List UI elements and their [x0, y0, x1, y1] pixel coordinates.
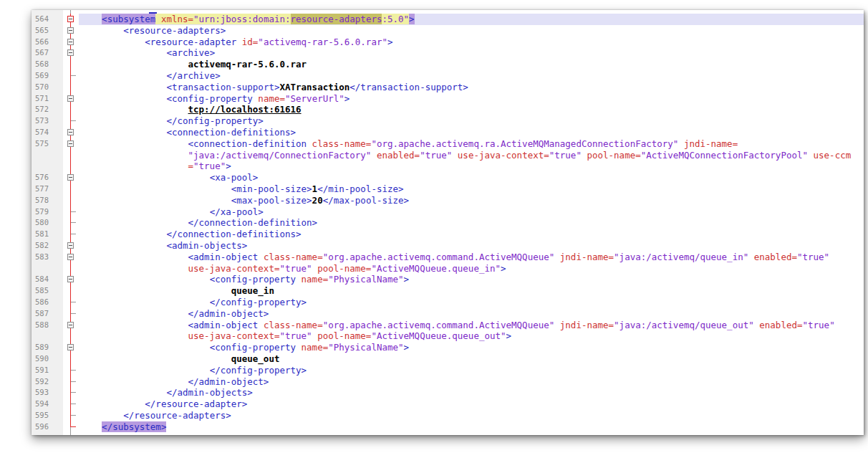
code-text[interactable]: </subsystem> [79, 421, 864, 433]
line-number[interactable]: 577 [32, 183, 63, 195]
fold-collapse-box-icon[interactable] [67, 344, 74, 350]
code-text[interactable]: <config-property name="ServerUrl"> [79, 93, 864, 105]
code-text[interactable]: <admin-objects> [79, 240, 864, 252]
line-number[interactable]: 572 [32, 104, 63, 115]
line-number[interactable]: 582 [32, 240, 63, 252]
line-number[interactable]: 591 [32, 365, 63, 376]
line-number[interactable]: 594 [32, 398, 63, 410]
fold-collapse-icon[interactable] [63, 274, 79, 285]
line-number[interactable]: 587 [32, 308, 63, 320]
line-number[interactable]: 566 [32, 37, 63, 48]
line-number[interactable]: 569 [32, 70, 63, 82]
code-text[interactable]: </admin-objects> [79, 387, 864, 398]
line-number[interactable]: 573 [32, 115, 63, 127]
code-text[interactable]: activemq-rar-5.6.0.rar [79, 59, 864, 70]
code-text[interactable]: "java:/activemq/ConnectionFactory" enabl… [79, 150, 864, 161]
line-number[interactable]: 592 [32, 376, 63, 388]
code-text[interactable]: <admin-object class-name="org.apache.act… [79, 252, 864, 263]
fold-collapse-box-icon[interactable] [67, 140, 74, 147]
code-text[interactable]: queue_out [79, 353, 864, 365]
code-text[interactable]: </admin-object> [79, 308, 864, 320]
line-number[interactable]: 586 [32, 297, 63, 308]
code-text[interactable]: <admin-object class-name="org.apache.act… [79, 320, 864, 331]
code-text[interactable]: use-java-context="true" pool-name="Activ… [79, 263, 864, 275]
line-number[interactable]: 584 [32, 274, 63, 285]
fold-collapse-box-icon[interactable] [67, 49, 74, 56]
line-number[interactable]: 593 [32, 387, 63, 398]
line-number[interactable]: 570 [32, 82, 63, 93]
fold-collapse-box-icon[interactable] [67, 95, 74, 102]
fold-collapse-box-icon[interactable] [67, 242, 74, 249]
line-number[interactable]: 589 [32, 342, 63, 353]
line-number[interactable]: 588 [32, 320, 63, 331]
fold-collapse-icon[interactable] [63, 342, 79, 353]
code-text[interactable]: <max-pool-size>20</max-pool-size> [79, 195, 864, 206]
fold-collapse-box-icon[interactable] [67, 322, 74, 328]
code-text[interactable]: <config-property name="PhysicalName"> [79, 342, 864, 353]
code-text[interactable]: </resource-adapters> [79, 410, 864, 421]
line-number[interactable]: 571 [32, 93, 63, 105]
code-text[interactable]: queue_in [79, 285, 864, 297]
line-number[interactable]: 579 [32, 206, 63, 218]
fold-collapse-icon[interactable] [63, 93, 79, 105]
fold-collapse-box-icon[interactable] [67, 129, 74, 135]
line-number[interactable]: 595 [32, 410, 63, 421]
line-number[interactable]: 583 [32, 252, 63, 263]
fold-collapse-icon[interactable] [63, 240, 79, 252]
code-text[interactable]: <min-pool-size>1</min-pool-size> [79, 183, 864, 195]
line-number[interactable]: 596 [32, 421, 63, 433]
code-text[interactable]: </connection-definitions> [79, 229, 864, 240]
code-text[interactable]: <resource-adapter id="activemq-rar-5.6.0… [79, 37, 864, 48]
xml-attribute-value: "PhysicalName" [328, 342, 403, 353]
fold-collapse-icon[interactable] [63, 47, 79, 59]
line-number[interactable]: 585 [32, 285, 63, 297]
line-number[interactable]: 581 [32, 229, 63, 240]
code-text[interactable]: <resource-adapters> [79, 25, 864, 37]
code-text[interactable]: <connection-definitions> [79, 127, 864, 138]
fold-collapse-icon[interactable] [63, 127, 79, 138]
line-number[interactable]: 576 [32, 172, 63, 183]
fold-collapse-icon[interactable] [63, 37, 79, 48]
line-number[interactable]: 568 [32, 59, 63, 70]
code-text[interactable]: <connection-definition class-name="org.a… [79, 138, 864, 150]
url-text: tcp://localhost:61616 [188, 104, 302, 115]
code-text[interactable]: <subsystem xmlns="urn:jboss:domain:resou… [79, 14, 864, 25]
fold-collapse-icon[interactable] [63, 25, 79, 37]
code-text[interactable]: </config-property> [79, 365, 864, 376]
line-number[interactable]: 564 [32, 14, 63, 25]
fold-collapse-icon[interactable] [63, 14, 79, 25]
code-text[interactable]: </connection-definition> [79, 217, 864, 229]
fold-collapse-icon[interactable] [63, 172, 79, 183]
fold-collapse-box-icon[interactable] [67, 254, 74, 260]
fold-collapse-icon[interactable] [63, 320, 79, 331]
fold-collapse-box-icon[interactable] [67, 27, 74, 34]
line-number[interactable]: 578 [32, 195, 63, 206]
code-text[interactable]: <archive> [79, 47, 864, 59]
code-text[interactable]: </xa-pool> [79, 206, 864, 218]
fold-collapse-box-icon[interactable] [67, 276, 74, 282]
code-text[interactable]: <transaction-support>XATransaction</tran… [79, 82, 864, 93]
fold-collapse-icon[interactable] [63, 252, 79, 263]
code-text[interactable] [79, 432, 864, 435]
editor-screenshot: 564 <subsystem xmlns="urn:jboss:domain:r… [32, 10, 864, 435]
fold-collapse-box-icon[interactable] [67, 16, 74, 22]
code-text[interactable]: </archive> [79, 70, 864, 82]
fold-collapse-icon[interactable] [63, 138, 79, 150]
line-number[interactable]: 574 [32, 127, 63, 138]
code-text[interactable]: ="true"> [79, 161, 864, 172]
code-text[interactable]: </admin-object> [79, 376, 864, 388]
code-text[interactable]: </config-property> [79, 297, 864, 308]
line-number[interactable]: 565 [32, 25, 63, 37]
fold-collapse-box-icon[interactable] [67, 174, 74, 181]
code-text[interactable]: <xa-pool> [79, 172, 864, 183]
code-text[interactable]: </resource-adapter> [79, 398, 864, 410]
line-number[interactable]: 590 [32, 353, 63, 365]
line-number[interactable]: 567 [32, 47, 63, 59]
code-text[interactable]: </config-property> [79, 115, 864, 127]
line-number[interactable]: 575 [32, 138, 63, 150]
code-text[interactable]: tcp://localhost:61616 [79, 104, 864, 115]
code-text[interactable]: <config-property name="PhysicalName"> [79, 274, 864, 285]
code-text[interactable]: use-java-context="true" pool-name="Activ… [79, 330, 864, 342]
line-number[interactable]: 580 [32, 217, 63, 229]
fold-collapse-box-icon[interactable] [67, 39, 74, 45]
